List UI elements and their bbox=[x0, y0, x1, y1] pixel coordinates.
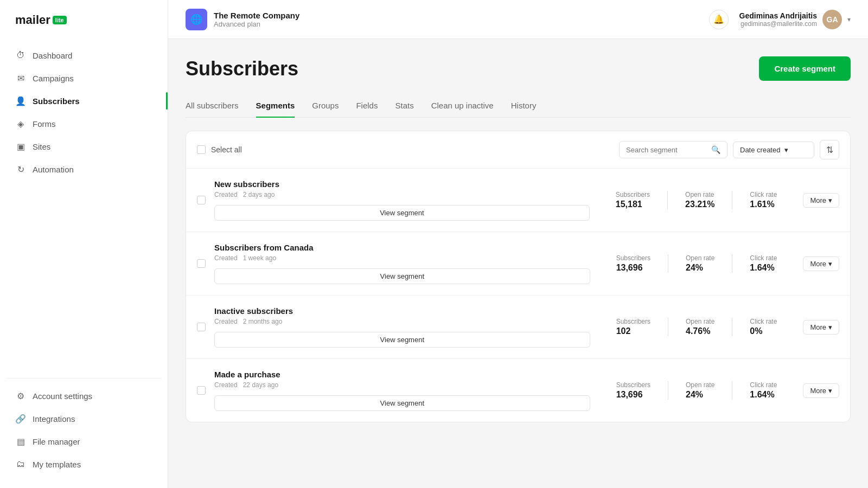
tab-fields[interactable]: Fields bbox=[356, 94, 378, 118]
dashboard-icon: ⏱ bbox=[15, 50, 26, 61]
page-header: Subscribers Create segment bbox=[186, 56, 851, 81]
segment-name: New subscribers bbox=[214, 179, 590, 189]
logo-badge: lite bbox=[53, 16, 67, 24]
more-chevron-icon: ▾ bbox=[828, 323, 832, 331]
sites-icon: ▣ bbox=[15, 141, 26, 152]
tabs-bar: All subscribers Segments Groups Fields S… bbox=[186, 94, 851, 118]
segment-name: Made a purchase bbox=[214, 370, 590, 379]
sort-dropdown[interactable]: Date created ▾ bbox=[733, 142, 814, 158]
page-title: Subscribers bbox=[186, 57, 298, 80]
view-segment-button[interactable]: View segment bbox=[214, 332, 590, 348]
row-checkbox[interactable] bbox=[197, 386, 206, 395]
sort-chevron-icon: ▾ bbox=[784, 146, 788, 154]
forms-icon: ◈ bbox=[15, 118, 26, 129]
user-area[interactable]: Gediminas Andrijaitis gediminas@mailerli… bbox=[739, 10, 851, 29]
more-chevron-icon: ▾ bbox=[828, 260, 832, 268]
tab-history[interactable]: History bbox=[511, 94, 537, 118]
more-chevron-icon: ▾ bbox=[828, 196, 832, 204]
row-checkbox[interactable] bbox=[197, 196, 206, 204]
user-email: gediminas@mailerlite.com bbox=[739, 20, 817, 28]
sidebar-item-campaigns[interactable]: ✉ Campaigns bbox=[7, 67, 161, 89]
create-segment-button[interactable]: Create segment bbox=[759, 56, 851, 81]
stat-subscribers: Subscribers 13,696 bbox=[599, 254, 668, 273]
company-info: 🌐 The Remote Company Advanced plan bbox=[186, 9, 299, 30]
sidebar-item-label: Account settings bbox=[33, 391, 92, 401]
row-checkbox[interactable] bbox=[197, 323, 206, 331]
stat-open-rate: Open rate 4.76% bbox=[668, 318, 732, 336]
filter-icon: ⇅ bbox=[826, 145, 833, 155]
campaigns-icon: ✉ bbox=[15, 73, 26, 84]
stat-click-rate: Click rate 1.61% bbox=[732, 191, 794, 209]
table-row: Subscribers from Canada Created 1 week a… bbox=[186, 232, 850, 296]
segments-panel: Select all 🔍 Date created ▾ ⇅ bbox=[186, 131, 851, 422]
sidebar-item-account-settings[interactable]: ⚙ Account settings bbox=[7, 385, 161, 407]
segment-meta: Created 22 days ago bbox=[214, 381, 590, 389]
my-templates-icon: 🗂 bbox=[15, 459, 26, 470]
header-right: 🔔 Gediminas Andrijaitis gediminas@mailer… bbox=[709, 10, 851, 29]
sidebar-item-label: File manager bbox=[33, 437, 80, 446]
segment-stats: Subscribers 102 Open rate 4.76% Click ra… bbox=[599, 318, 795, 336]
segment-name: Inactive subscribers bbox=[214, 306, 590, 316]
sidebar-item-integrations[interactable]: 🔗 Integrations bbox=[7, 408, 161, 429]
sidebar-item-dashboard[interactable]: ⏱ Dashboard bbox=[7, 44, 161, 66]
user-info: Gediminas Andrijaitis gediminas@mailerli… bbox=[739, 11, 817, 28]
sidebar-item-label: Subscribers bbox=[33, 97, 80, 106]
sidebar-item-sites[interactable]: ▣ Sites bbox=[7, 136, 161, 157]
segment-main: Subscribers from Canada Created 1 week a… bbox=[214, 243, 590, 284]
more-chevron-icon: ▾ bbox=[828, 387, 832, 395]
segment-meta: Created 1 week ago bbox=[214, 254, 590, 262]
tab-segments[interactable]: Segments bbox=[256, 94, 295, 118]
row-checkbox[interactable] bbox=[197, 259, 206, 268]
stat-open-rate: Open rate 24% bbox=[668, 381, 732, 400]
tab-clean-up-inactive[interactable]: Clean up inactive bbox=[431, 94, 494, 118]
company-logo: 🌐 bbox=[186, 9, 207, 30]
sidebar-item-subscribers[interactable]: 👤 Subscribers bbox=[7, 90, 161, 112]
more-button[interactable]: More ▾ bbox=[803, 256, 839, 271]
select-all-label[interactable]: Select all bbox=[211, 145, 242, 154]
tab-groups[interactable]: Groups bbox=[312, 94, 339, 118]
select-all-area: Select all bbox=[197, 145, 242, 154]
search-input[interactable] bbox=[626, 146, 707, 154]
sidebar-item-file-manager[interactable]: ▤ File manager bbox=[7, 431, 161, 452]
user-name: Gediminas Andrijaitis bbox=[739, 11, 817, 20]
stat-click-rate: Click rate 1.64% bbox=[732, 254, 794, 273]
view-segment-button[interactable]: View segment bbox=[214, 205, 590, 221]
view-segment-button[interactable]: View segment bbox=[214, 395, 590, 411]
logo-text: mailer bbox=[15, 13, 50, 27]
tab-stats[interactable]: Stats bbox=[395, 94, 413, 118]
segment-meta: Created 2 days ago bbox=[214, 191, 590, 198]
tab-all-subscribers[interactable]: All subscribers bbox=[186, 94, 239, 118]
bottom-nav: ⚙ Account settings 🔗 Integrations ▤ File… bbox=[0, 385, 168, 475]
more-button[interactable]: More ▾ bbox=[803, 320, 839, 335]
sidebar-item-label: My templates bbox=[33, 460, 81, 469]
more-button[interactable]: More ▾ bbox=[803, 383, 839, 398]
logo-area: mailer lite bbox=[0, 13, 168, 44]
stat-click-rate: Click rate 1.64% bbox=[732, 381, 794, 400]
table-row: Made a purchase Created 22 days ago View… bbox=[186, 359, 850, 422]
sidebar-item-my-templates[interactable]: 🗂 My templates bbox=[7, 453, 161, 475]
toolbar-right: 🔍 Date created ▾ ⇅ bbox=[619, 140, 839, 159]
automation-icon: ↻ bbox=[15, 164, 26, 175]
file-manager-icon: ▤ bbox=[15, 436, 26, 447]
notifications-button[interactable]: 🔔 bbox=[709, 10, 729, 29]
view-segment-button[interactable]: View segment bbox=[214, 268, 590, 284]
sidebar-item-forms[interactable]: ◈ Forms bbox=[7, 113, 161, 134]
segment-stats: Subscribers 15,181 Open rate 23.21% Clic… bbox=[598, 191, 795, 209]
search-icon: 🔍 bbox=[711, 145, 720, 154]
sidebar-item-label: Sites bbox=[33, 142, 50, 151]
nav-divider bbox=[7, 378, 161, 378]
more-button[interactable]: More ▾ bbox=[803, 193, 839, 208]
integrations-icon: 🔗 bbox=[15, 413, 26, 424]
sidebar-item-automation[interactable]: ↻ Automation bbox=[7, 158, 161, 180]
table-row: New subscribers Created 2 days ago View … bbox=[186, 169, 850, 232]
page-content: Subscribers Create segment All subscribe… bbox=[168, 39, 868, 488]
search-box: 🔍 bbox=[619, 141, 727, 158]
table-row: Inactive subscribers Created 2 months ag… bbox=[186, 296, 850, 359]
sidebar-item-label: Dashboard bbox=[33, 51, 72, 60]
select-all-checkbox[interactable] bbox=[197, 145, 206, 154]
sidebar-item-label: Forms bbox=[33, 119, 56, 129]
account-settings-icon: ⚙ bbox=[15, 390, 26, 401]
chevron-down-icon: ▾ bbox=[847, 16, 851, 23]
stat-click-rate: Click rate 0% bbox=[732, 318, 794, 336]
filter-button[interactable]: ⇅ bbox=[820, 140, 839, 159]
